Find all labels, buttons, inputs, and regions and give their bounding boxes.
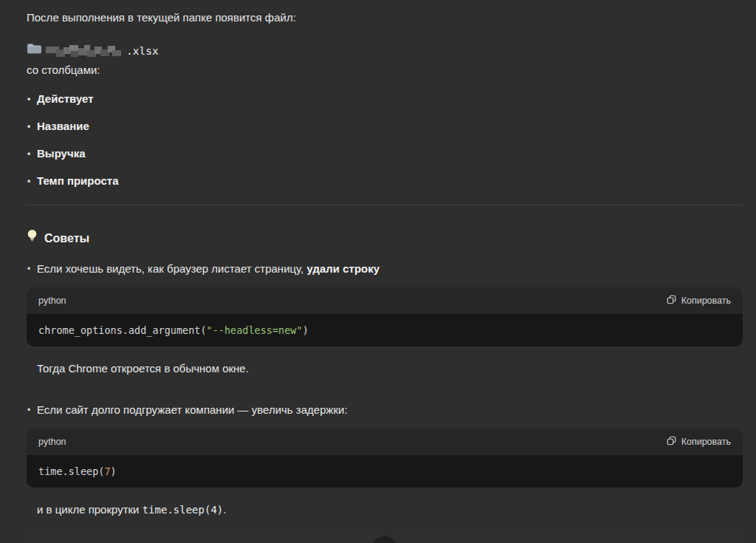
redacted-filename — [46, 44, 123, 58]
list-item-column: Название — [27, 117, 743, 135]
code-block-header: python Копировать — [27, 428, 743, 455]
column-label: Темп прироста — [37, 174, 119, 187]
bottom-area — [27, 536, 743, 543]
code-block-2: python Копировать time.sleep(7) — [27, 428, 743, 488]
lightbulb-icon — [27, 229, 38, 248]
note-after-code-1: Тогда Chrome откроется в обычном окне. — [37, 360, 743, 378]
code-block-1: python Копировать chrome_options.add_arg… — [27, 287, 743, 346]
copy-button-label: Копировать — [681, 437, 731, 447]
list-item-column: Выручка — [27, 145, 743, 163]
code-token: ) — [111, 465, 117, 477]
intro-paragraph: После выполнения в текущей папке появитс… — [27, 9, 743, 27]
tips-heading: Советы — [27, 229, 743, 248]
section-divider — [27, 205, 743, 205]
columns-list: Действует Название Выручка Темп прироста — [27, 90, 743, 190]
file-name-line: .xlsx — [27, 42, 743, 60]
columns-intro: со столбцами: — [27, 61, 743, 79]
copy-button-label: Копировать — [681, 296, 731, 306]
file-extension: .xlsx — [126, 42, 159, 60]
tips-heading-label: Советы — [44, 230, 89, 247]
tip1-bold-text: удали строку — [306, 262, 379, 275]
code-language-label: python — [38, 428, 66, 455]
note2-text: и в цикле прокрутки — [37, 503, 142, 516]
code-language-label: python — [38, 287, 66, 314]
note2-suffix: . — [223, 503, 226, 516]
column-label: Действует — [37, 92, 94, 105]
copy-icon — [666, 294, 677, 307]
tip2-text: Если сайт долго подгружает компании — ув… — [37, 403, 348, 416]
folder-icon — [27, 42, 42, 60]
tip-item-1: Если хочешь видеть, как браузер листает … — [27, 260, 743, 278]
tip-item-2: Если сайт долго подгружает компании — ув… — [27, 401, 743, 419]
copy-code-button[interactable]: Копировать — [663, 291, 734, 310]
code-token: ) — [303, 324, 309, 336]
tip1-text: Если хочешь видеть, как браузер листает … — [37, 262, 306, 275]
copy-icon — [666, 435, 677, 448]
scroll-to-bottom-button[interactable] — [371, 536, 398, 543]
code-content: time.sleep(7) — [27, 455, 743, 488]
note-after-code-2: и в цикле прокрутки time.sleep(4). — [37, 501, 743, 519]
code-token: time.sleep( — [38, 465, 104, 477]
assistant-message: После выполнения в текущей папке появитс… — [0, 0, 756, 543]
code-content: chrome_options.add_argument("--headless=… — [27, 314, 743, 346]
column-label: Выручка — [37, 147, 86, 160]
column-label: Название — [37, 120, 89, 132]
copy-code-button[interactable]: Копировать — [663, 432, 734, 451]
list-item-column: Темп прироста — [27, 172, 743, 190]
code-string-token: "--headless=new" — [207, 324, 303, 336]
code-token: chrome_options.add_argument( — [38, 324, 207, 336]
code-number-token: 7 — [104, 465, 110, 477]
inline-code: time.sleep(4) — [142, 504, 224, 516]
list-item-column: Действует — [27, 90, 743, 108]
code-block-header: python Копировать — [27, 287, 743, 314]
